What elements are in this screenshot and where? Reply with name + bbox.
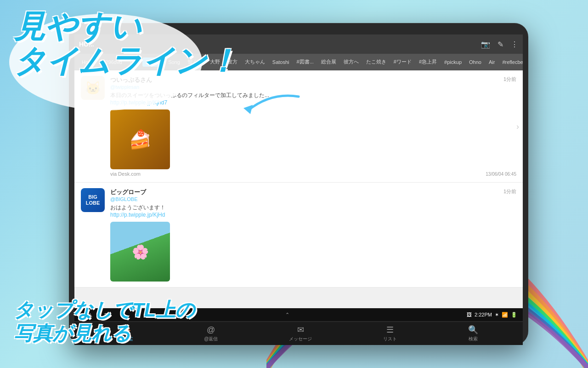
tab-kanata[interactable]: 彼方: [224, 57, 241, 67]
tweet-image[interactable]: 🍰: [110, 109, 170, 169]
nav-search-label: 検索: [469, 336, 478, 342]
tab-satoshi[interactable]: Satoshi: [269, 58, 293, 67]
food-photo: 🍰: [110, 109, 170, 169]
nav-home-label: HOME: [119, 337, 133, 342]
message-icon: ✉: [297, 325, 304, 335]
chevron-right-icon[interactable]: ›: [516, 121, 519, 131]
avatar: BIGLOBE: [81, 188, 105, 212]
menu-icon[interactable]: ⊞: [104, 312, 108, 318]
tweet-content: ビッグローブ @BIGLOBE おはようございます！ http://p.twip…: [110, 188, 516, 282]
screenshot-icon: 🖼: [467, 312, 472, 317]
tweet-time: 1分前: [503, 188, 516, 195]
tab-kyuujousho[interactable]: #急上昇: [415, 57, 441, 67]
tweet-content: ついっぷるさん @twipplesan 本日のスイーツをついっぷるのフィルターで…: [110, 76, 516, 177]
tab-5296dvd[interactable]: #5296dvd: [96, 58, 125, 67]
tablet-screen: HO... 📷 ✎ ⋮ Ho... #5296dvd Two Hearts So…: [74, 34, 523, 320]
nav-reply-label: @返信: [204, 336, 218, 342]
tweet-handle[interactable]: @twipplesan: [110, 84, 516, 90]
status-bar: ◁ △ □ ⊞ ⌃ 🖼 2:22PM ✶ 📶 🔋: [74, 308, 523, 321]
tab-home[interactable]: Ho...: [78, 58, 96, 67]
camera-icon[interactable]: 📷: [481, 40, 490, 49]
nature-photo: 🌸: [110, 222, 170, 282]
tab-bar: Ho... #5296dvd Two Hearts Song 智くん 大野 彼方…: [74, 54, 523, 70]
tweet-via: via Desk.com: [110, 171, 516, 177]
nav-home[interactable]: 🏠 HOME: [119, 326, 133, 342]
time-display: 2:22PM: [475, 312, 492, 317]
tab-satoshi-kun[interactable]: 智くん: [184, 57, 206, 67]
search-icon: 🔍: [468, 325, 478, 335]
list-icon: ☰: [386, 325, 394, 335]
tweet-username: ついっぷるさん: [110, 76, 516, 84]
header-icons: 📷 ✎ ⋮: [481, 40, 518, 49]
avatar-image: 🐱: [81, 76, 105, 100]
tab-ohno[interactable]: 大野: [206, 57, 224, 67]
compose-icon[interactable]: ✎: [498, 40, 503, 49]
menu-icon[interactable]: ⋮: [511, 40, 518, 49]
tweet-image[interactable]: 🌸: [110, 222, 170, 282]
tab-tosho[interactable]: #図書...: [293, 57, 317, 67]
tab-air[interactable]: Air: [485, 58, 498, 67]
home-icon[interactable]: △: [88, 312, 92, 318]
timeline: 🐱 ついっぷるさん @twipplesan 本日のスイーツをついっぷるのフィルタ…: [74, 70, 523, 288]
battery-icon: 🔋: [511, 312, 517, 318]
bottom-nav: 🏠 HOME @ @返信 ✉ メッセージ ☰ リスト 🔍 検索: [74, 322, 523, 345]
back-icon[interactable]: ◁: [80, 312, 84, 318]
avatar: 🐱: [81, 76, 105, 100]
tab-sougouten[interactable]: 総合展: [317, 57, 340, 67]
wifi-icon: 📶: [502, 312, 508, 318]
home-icon: 🏠: [121, 326, 131, 336]
app-header: HO... 📷 ✎ ⋮: [74, 34, 523, 54]
nav-list[interactable]: ☰ リスト: [383, 325, 397, 342]
avatar-image: BIGLOBE: [81, 188, 105, 212]
tab-daichan[interactable]: 大ちゃん: [241, 57, 269, 67]
gesture-indicator: ⌃: [285, 312, 289, 318]
status-right: 🖼 2:22PM ✶ 📶 🔋: [467, 312, 517, 318]
nav-reply[interactable]: @ @返信: [204, 325, 218, 342]
tab-pickup[interactable]: #pickup: [441, 58, 465, 67]
nav-list-label: リスト: [383, 336, 397, 342]
recents-icon[interactable]: □: [96, 312, 100, 317]
tab-kanatahe[interactable]: 彼方へ: [340, 57, 362, 67]
app-title: HO...: [79, 40, 94, 48]
tab-two[interactable]: Two: [126, 58, 142, 67]
tweet-time: 1分前: [503, 76, 516, 83]
tweet-link[interactable]: http://p.twipple.jp/Kjhd7: [110, 99, 516, 106]
nav-search[interactable]: 🔍 検索: [468, 325, 478, 342]
nav-message[interactable]: ✉ メッセージ: [289, 325, 312, 342]
status-left: ◁ △ □ ⊞: [80, 312, 108, 318]
nav-message-label: メッセージ: [289, 336, 312, 342]
tab-takoyaki[interactable]: たこ焼き: [362, 57, 390, 67]
tweet-date: 13/06/04 06:45: [486, 172, 516, 177]
tablet-frame: HO... 📷 ✎ ⋮ Ho... #5296dvd Two Hearts So…: [69, 23, 528, 345]
tweet-username: ビッグローブ: [110, 188, 516, 196]
tab-hearts[interactable]: Hearts: [142, 58, 164, 67]
tab-song[interactable]: Song: [164, 58, 184, 67]
tab-word[interactable]: #ワード: [390, 57, 415, 67]
tweet-text: 本日のスイーツをついっぷるのフィルターで加工してみました...: [110, 91, 516, 99]
tab-ohno2[interactable]: Ohno: [465, 58, 485, 67]
tweet-item[interactable]: BIGLOBE ビッグローブ @BIGLOBE おはようございます！ http:…: [74, 183, 523, 288]
tweet-item[interactable]: 🐱 ついっぷるさん @twipplesan 本日のスイーツをついっぷるのフィルタ…: [74, 70, 523, 183]
tweet-handle[interactable]: @BIGLOBE: [110, 196, 516, 202]
tab-reflecbeat[interactable]: #reflecbeat_ac: [498, 58, 523, 67]
tweet-link[interactable]: http://p.twipple.jp/KjHd: [110, 212, 516, 218]
bluetooth-icon: ✶: [495, 312, 499, 318]
reply-icon: @: [207, 325, 215, 335]
tweet-text: おはようございます！: [110, 203, 516, 212]
